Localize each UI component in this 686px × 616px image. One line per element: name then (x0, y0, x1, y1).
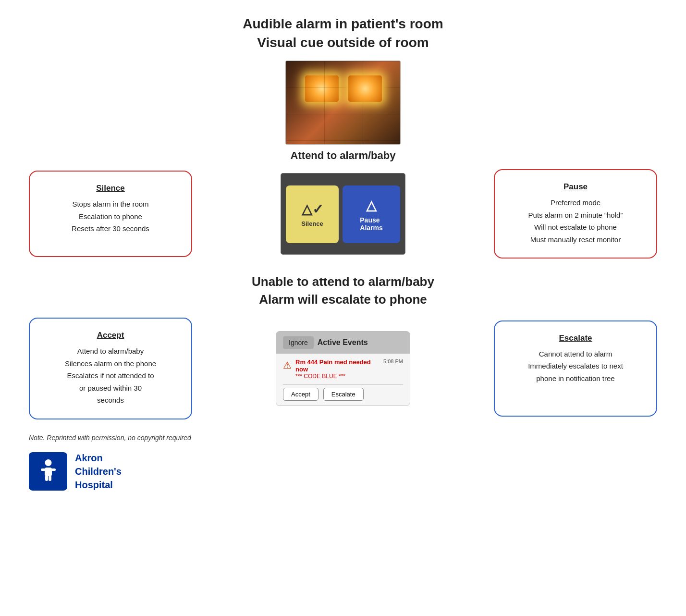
silence-btn-label: Silence (301, 220, 323, 227)
notification-divider (283, 384, 403, 385)
pause-button-visual: △ PauseAlarms (343, 185, 400, 243)
ignore-button[interactable]: Ignore (283, 336, 314, 349)
footer-logo: Akron Children's Hospital (29, 451, 657, 492)
notification-header: Ignore Active Events (276, 332, 410, 354)
accept-line-3: Escalates if not attended to (44, 370, 177, 382)
silence-card-body: Stops alarm in the room Escalation to ph… (44, 198, 177, 235)
pause-card-title: Pause (509, 182, 642, 192)
silence-line-3: Resets after 30 seconds (44, 222, 177, 235)
visual-cue-image (285, 61, 401, 145)
pause-card: Pause Preferred mode Puts alarm on 2 min… (494, 169, 657, 259)
event-subtitle: *** CODE BLUE *** (295, 373, 380, 380)
escalate-line-1: Cannot attend to alarm (509, 348, 642, 360)
svg-point-0 (45, 459, 51, 466)
event-time: 5:08 PM (383, 358, 403, 364)
unable-section-title: Unable to attend to alarm/baby Alarm wil… (29, 273, 657, 308)
unable-line2: Alarm will escalate to phone (259, 292, 427, 307)
accept-card-title: Accept (44, 331, 177, 340)
footer-note: Note. Reprinted with permission, no copy… (29, 434, 657, 442)
header-line2: Visual cue outside of room (257, 35, 429, 50)
akron-logo-svg (35, 458, 61, 484)
svg-rect-2 (41, 468, 46, 471)
pause-line-4: Must manually reset monitor (509, 234, 642, 246)
escalate-card-title: Escalate (509, 333, 642, 343)
accept-line-5: seconds (44, 394, 177, 407)
notification-escalate-button[interactable]: Escalate (323, 388, 364, 401)
akron-logo-text: Akron Children's Hospital (75, 451, 122, 492)
accept-card-body: Attend to alarm/baby Silences alarm on t… (44, 345, 177, 407)
footer-note-text: Note. Reprinted with permission, no copy… (29, 434, 191, 442)
warning-icon: ⚠ (283, 359, 292, 371)
escalate-line-2: Immediately escalates to next (509, 360, 642, 372)
accept-line-2: Silences alarm on the phone (44, 357, 177, 370)
notification-event-text: Rm 444 Pain med needed now *** CODE BLUE… (295, 358, 380, 380)
silence-pause-row: Silence Stops alarm in the room Escalati… (29, 169, 657, 259)
attend-label: Attend to alarm/baby (29, 149, 657, 162)
visual-cue-image-container (29, 61, 657, 145)
silence-icon: △✓ (302, 201, 323, 217)
accept-line-1: Attend to alarm/baby (44, 345, 177, 357)
silence-pause-image-block: △✓ Silence △ PauseAlarms (202, 173, 484, 255)
pause-line-1: Preferred mode (509, 197, 642, 209)
event-title: Rm 444 Pain med needed now (295, 358, 380, 373)
pause-line-2: Puts alarm on 2 minute “hold” (509, 209, 642, 222)
notification-accept-button[interactable]: Accept (283, 388, 318, 401)
escalate-line-3: phone in notification tree (509, 372, 642, 385)
pause-btn-label: PauseAlarms (360, 216, 382, 232)
notification-event-row: ⚠ Rm 444 Pain med needed now *** CODE BL… (283, 358, 403, 380)
phone-notification-image: Ignore Active Events ⚠ Rm 444 Pain med n… (276, 331, 410, 406)
pause-icon: △ (366, 197, 377, 213)
logo-line2: Children's (75, 465, 122, 478)
accept-escalate-row: Accept Attend to alarm/baby Silences ala… (29, 318, 657, 419)
escalate-card: Escalate Cannot attend to alarm Immediat… (494, 320, 657, 417)
escalate-card-body: Cannot attend to alarm Immediately escal… (509, 348, 642, 385)
silence-card: Silence Stops alarm in the room Escalati… (29, 171, 192, 257)
pause-card-body: Preferred mode Puts alarm on 2 minute “h… (509, 197, 642, 246)
active-events-label: Active Events (318, 338, 368, 347)
pause-line-3: Will not escalate to phone (509, 221, 642, 234)
accept-line-4: or paused within 30 (44, 382, 177, 394)
silence-line-2: Escalation to phone (44, 210, 177, 223)
silence-pause-image: △✓ Silence △ PauseAlarms (281, 173, 405, 255)
phone-notification-block: Ignore Active Events ⚠ Rm 444 Pain med n… (202, 331, 484, 406)
logo-line1: Akron (75, 451, 122, 465)
silence-card-title: Silence (44, 184, 177, 193)
svg-rect-4 (45, 475, 48, 481)
svg-rect-1 (45, 468, 52, 476)
header-line1: Audible alarm in patient's room (243, 16, 443, 31)
svg-rect-3 (50, 468, 56, 471)
akron-logo-icon (29, 452, 67, 491)
notification-body: ⚠ Rm 444 Pain med needed now *** CODE BL… (276, 354, 410, 406)
logo-line3: Hospital (75, 478, 122, 492)
svg-rect-5 (49, 475, 51, 481)
unable-line1: Unable to attend to alarm/baby (252, 274, 434, 289)
accept-card: Accept Attend to alarm/baby Silences ala… (29, 318, 192, 419)
page-header: Audible alarm in patient's room Visual c… (29, 14, 657, 52)
notification-action-row: Accept Escalate (283, 388, 403, 401)
silence-line-1: Stops alarm in the room (44, 198, 177, 210)
silence-button-visual: △✓ Silence (286, 185, 339, 243)
